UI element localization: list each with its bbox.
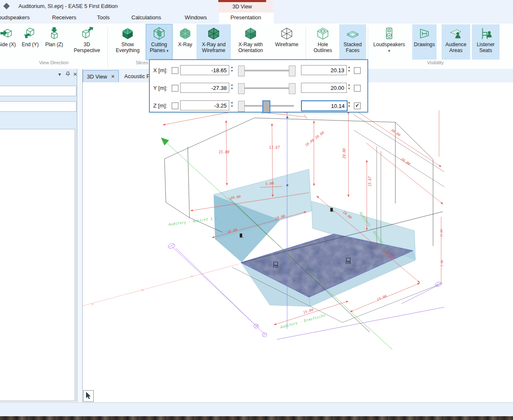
- cursor-arrow-icon: [84, 391, 92, 401]
- ribbon-button-label: Plan (Z): [45, 42, 63, 47]
- cube-arrow-side-icon: [0, 26, 14, 42]
- tab-calculations[interactable]: Calculations: [131, 14, 161, 21]
- z-max-checkbox[interactable]: ✓: [354, 102, 361, 109]
- cube-arrow-end-icon: [23, 26, 37, 42]
- ribbon-button-label: Hole Outlines: [308, 42, 338, 53]
- x-range-slider[interactable]: [238, 66, 295, 76]
- camera-symbol: [434, 281, 442, 287]
- 3d-scene[interactable]: 30.00 15.81 15.00 11.67 10.00 20.00 5.00…: [83, 82, 513, 402]
- panel-splitter[interactable]: [77, 69, 82, 402]
- x-max-checkbox[interactable]: [354, 67, 361, 74]
- tab-tools[interactable]: Tools: [97, 14, 110, 21]
- ribbon-button-loudspeakers[interactable]: Loudspeakers▾: [371, 24, 407, 60]
- chevron-down-icon[interactable]: ▾: [58, 71, 61, 77]
- app-icon: [3, 3, 10, 10]
- cursor-tool-button[interactable]: [83, 390, 94, 402]
- slider-handle-min[interactable]: [238, 101, 245, 112]
- tab-windows[interactable]: Windows: [185, 14, 207, 21]
- close-icon[interactable]: ✕: [73, 71, 77, 77]
- contextual-tab-group: 3D View: [218, 0, 273, 13]
- ribbon-button-label: X-Ray with Orientation: [232, 42, 270, 53]
- sidebar-input-2[interactable]: [0, 101, 76, 112]
- svg-text:20.00: 20.00: [400, 157, 411, 166]
- svg-text:20.00: 20.00: [342, 148, 346, 158]
- camera-symbol: [168, 243, 176, 249]
- cube-solid-icon: [120, 26, 135, 42]
- y-min-input[interactable]: [180, 83, 229, 93]
- y-min-spinner[interactable]: ▲▼: [229, 83, 235, 93]
- ribbon-button-audience-areas[interactable]: Audience Areas: [442, 24, 470, 60]
- slider-handle-max[interactable]: [262, 100, 270, 113]
- tab-3d-view[interactable]: 3D View ✕: [83, 70, 119, 82]
- cutting-plane-row-x: X [m]: ▲▼ ▲▼: [150, 65, 367, 77]
- ribbon-button-label: Show Everything: [112, 42, 144, 53]
- z-min-input[interactable]: [180, 100, 229, 110]
- ribbon-button-3d-perspective[interactable]: 3D Perspective: [71, 24, 103, 60]
- 3d-viewport[interactable]: 30.00 15.81 15.00 11.67 10.00 20.00 5.00…: [83, 82, 513, 402]
- ribbon-button-side-x[interactable]: Side (X): [0, 24, 17, 60]
- slider-handle-max[interactable]: [289, 66, 296, 76]
- sidebar-list-panel[interactable]: [0, 129, 75, 401]
- ribbon-button-label: Cutting Planes ▾: [146, 42, 172, 53]
- ribbon-button-show-everything[interactable]: Show Everything: [112, 24, 144, 60]
- ribbon-button-listener-seats[interactable]: Listener Seats: [472, 24, 500, 60]
- slider-track: [239, 87, 294, 89]
- title-bar: Auditorium, SI.eprj - EASE 5 First Editi…: [0, 0, 513, 13]
- ribbon-button-drawings[interactable]: Drawings: [412, 24, 437, 60]
- x-max-input[interactable]: [301, 65, 347, 75]
- cube-xray-orientation-icon: [243, 26, 258, 42]
- sidebar-input-1[interactable]: [0, 86, 76, 96]
- tab-receivers[interactable]: Receivers: [52, 14, 76, 21]
- ribbon-button-hole-outlines[interactable]: Hole Outlines: [308, 24, 338, 60]
- dropdown-caret-icon: ▾: [388, 49, 390, 53]
- z-axis-label: Z [m]:: [153, 102, 167, 109]
- z-max-input[interactable]: [301, 100, 348, 111]
- svg-text:11.67: 11.67: [269, 146, 280, 150]
- stacked-faces-icon: [345, 26, 360, 42]
- ribbon-button-x-ray-and-wireframe[interactable]: X-Ray and Wireframe: [196, 24, 231, 60]
- slider-handle-min[interactable]: [238, 66, 245, 76]
- ribbon-button-label: Stacked Faces: [339, 42, 366, 53]
- tab-loudspeakers[interactable]: Loudspeakers: [0, 14, 30, 21]
- document-area: 3D View ✕ Acoustic P: [82, 69, 513, 402]
- z-min-spinner[interactable]: ▲▼: [229, 100, 235, 110]
- ribbon-button-end-y[interactable]: End (Y): [19, 24, 41, 60]
- ribbon-button-wireframe[interactable]: Wireframe: [270, 24, 303, 60]
- z-range-slider[interactable]: [238, 101, 295, 111]
- drawings-icon: [417, 26, 432, 42]
- pin-icon[interactable]: [66, 71, 70, 78]
- ribbon-button-stacked-faces[interactable]: Stacked Faces: [339, 24, 366, 60]
- ribbon-button-plan-z[interactable]: Plan (Z): [42, 24, 66, 60]
- z-min-checkbox[interactable]: [172, 102, 178, 109]
- slider-handle-min[interactable]: [238, 83, 245, 94]
- svg-text:5.00: 5.00: [440, 260, 444, 266]
- z-max-spinner[interactable]: ▲▼: [346, 100, 352, 110]
- ribbon-button-cutting-planes[interactable]: Cutting Planes ▾: [146, 24, 172, 60]
- x-min-input[interactable]: [180, 65, 229, 75]
- cube-xray-icon: [178, 26, 192, 42]
- y-range-slider[interactable]: [238, 83, 295, 93]
- x-axis-label: X [m]:: [153, 67, 168, 74]
- tab-presentation[interactable]: Presentation: [230, 14, 261, 21]
- ribbon-button-x-ray[interactable]: X-Ray: [175, 24, 196, 60]
- y-max-checkbox[interactable]: [354, 85, 361, 92]
- x-min-spinner[interactable]: ▲▼: [229, 65, 235, 75]
- y-max-input[interactable]: [301, 83, 347, 93]
- y-min-checkbox[interactable]: [172, 85, 178, 92]
- x-min-checkbox[interactable]: [172, 67, 178, 74]
- ribbon-button-x-ray-with-orientation[interactable]: X-Ray with Orientation: [232, 24, 270, 60]
- contextual-tab-accent: [218, 0, 266, 2]
- audience-areas-icon: [449, 26, 463, 42]
- y-max-spinner[interactable]: ▲▼: [346, 83, 352, 93]
- camera-symbol: [254, 324, 259, 328]
- group-label-view-direction: View Direction: [0, 60, 107, 65]
- window-title: Auditorium, SI.eprj - EASE 5 First Editi…: [18, 3, 118, 9]
- side-panel: ▾ ✕: [0, 69, 77, 402]
- hole-outlines-icon: [316, 26, 330, 42]
- x-max-spinner[interactable]: ▲▼: [346, 65, 352, 75]
- slider-handle-max[interactable]: [289, 83, 296, 94]
- close-tab-icon[interactable]: ✕: [111, 74, 115, 79]
- status-bar: [0, 402, 513, 417]
- cutting-plane-row-y: Y [m]: ▲▼ ▲▼: [150, 82, 367, 95]
- cube-wireframe-icon: [280, 26, 294, 42]
